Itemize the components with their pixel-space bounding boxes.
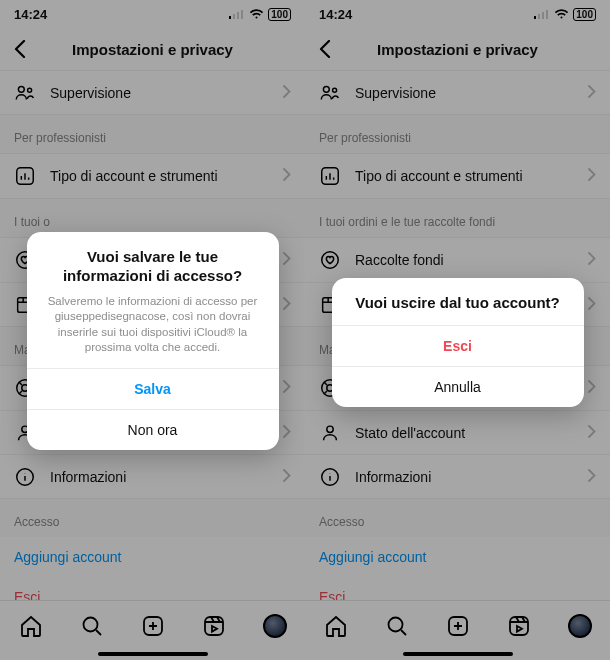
modal-notnow-button[interactable]: Non ora [27,409,279,450]
modal-title: Vuoi salvare le tue informazioni di acce… [43,248,263,286]
phone-right: 14:24 100 Impostazioni e privacy Supervi… [305,0,610,660]
modal-cancel-button[interactable]: Annulla [332,366,584,407]
modal-logout: Vuoi uscire dal tuo account? Esci Annull… [332,278,584,407]
modal-save-login: Vuoi salvare le tue informazioni di acce… [27,232,279,450]
modal-save-button[interactable]: Salva [27,368,279,409]
modal-title: Vuoi uscire dal tuo account? [348,294,568,313]
phone-left: 14:24 100 Impostazioni e privacy Supervi… [0,0,305,660]
modal-description: Salveremo le informazioni di accesso per… [43,294,263,356]
modal-logout-button[interactable]: Esci [332,325,584,366]
